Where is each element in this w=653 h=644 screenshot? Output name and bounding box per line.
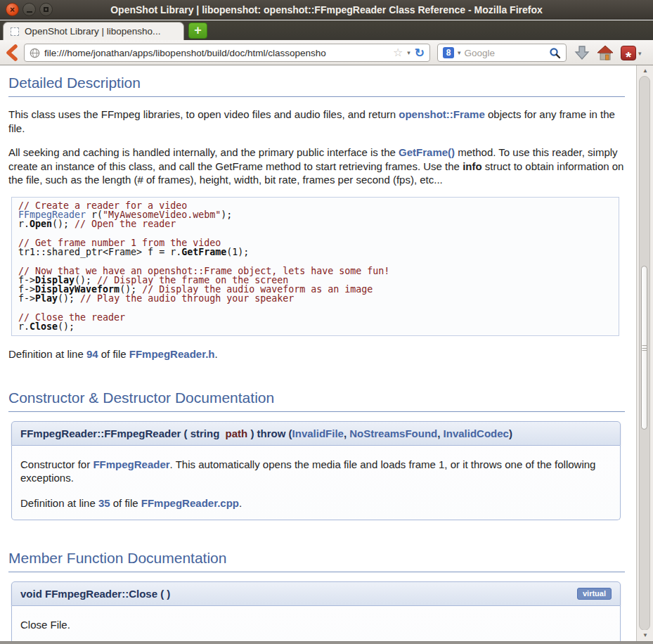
tab-openshot-library[interactable]: OpenShot Library | libopensho... [3, 22, 184, 40]
text-segment: void FFmpegReader::Close ( ) [20, 588, 170, 600]
inline-link[interactable]: openshot::Frame [399, 108, 485, 120]
text-segment: path [226, 427, 248, 439]
code-line: r.Close(); [18, 322, 612, 331]
text-segment: (); [58, 293, 80, 304]
bookmark-star-icon[interactable]: ☆ [393, 47, 403, 58]
virtual-badge: virtual [577, 588, 612, 600]
close-function-description: Close File. [20, 618, 612, 632]
text-segment: of file [110, 497, 141, 509]
extension-dropdown-icon[interactable]: ▾ [638, 50, 642, 57]
back-button[interactable] [4, 44, 21, 61]
search-icon[interactable] [549, 47, 561, 59]
text-segment: Definition at line [8, 348, 86, 360]
text-segment: . [239, 497, 242, 509]
code-line: // Now that we have an openshot::Frame o… [18, 266, 612, 276]
text-segment: . [214, 348, 217, 360]
home-button[interactable] [597, 45, 614, 60]
reload-icon[interactable]: ↻ [415, 47, 425, 59]
inline-link[interactable]: InvalidFile [292, 427, 344, 439]
title-bar: × OpenShot Library | libopenshot: opensh… [0, 0, 653, 20]
detailed-description-paragraph-1: This class uses the FFmpeg libraries, to… [8, 108, 625, 135]
code-line: r.Open(); // Open the reader [18, 219, 612, 228]
code-line: // Close the reader [18, 313, 612, 322]
google-engine-icon[interactable]: 8 [443, 47, 454, 58]
text-segment: Open [30, 219, 52, 229]
text-segment: r. [18, 321, 30, 332]
text-segment: ) throw ( [247, 427, 292, 439]
text-segment: All seeking and caching is handled inter… [8, 146, 399, 158]
section-heading-constructor-destructor: Constructor & Destructor Documentation [8, 389, 625, 412]
tab-title: OpenShot Library | libopensho... [25, 26, 160, 37]
text-segment: (); [58, 321, 75, 332]
constructor-prototype: FFmpegReader::FFmpegReader ( string path… [11, 421, 621, 446]
navigation-toolbar: file:///home/jonathan/apps/libopenshot/b… [0, 40, 653, 65]
inline-link[interactable]: FFmpegReader [93, 458, 169, 470]
text-segment: info [463, 160, 482, 172]
asterisk-icon: * [626, 49, 631, 60]
tab-favicon-placeholder-icon [11, 27, 19, 36]
text-segment: Close [30, 321, 58, 332]
page-content: Detailed Description This class uses the… [0, 65, 635, 641]
extension-button[interactable]: * [621, 46, 636, 60]
definition-line-header: Definition at line 94 of file FFmpegRead… [8, 348, 625, 360]
scrollbar-grip-icon [642, 345, 647, 351]
text-segment: Definition at line [20, 497, 98, 509]
code-line: f->Play(); // Play the audio through you… [18, 294, 612, 303]
text-segment: of file [98, 348, 129, 360]
close-function-signature: void FFmpegReader::Close ( ) [20, 588, 170, 600]
download-arrow-icon [574, 45, 590, 60]
text-segment: (1); [226, 247, 249, 257]
constructor-documentation: Constructor for FFmpegReader. This autom… [11, 446, 621, 520]
text-segment: ) [509, 427, 512, 439]
search-input[interactable]: Google [465, 48, 545, 58]
code-line [18, 257, 612, 266]
inline-link[interactable]: FFmpegReader.h [129, 348, 215, 360]
search-bar[interactable]: 8 ▾ Google [437, 44, 567, 62]
url-bar[interactable]: file:///home/jonathan/apps/libopenshot/b… [24, 44, 430, 62]
text-segment: (); [52, 219, 75, 229]
tab-bar: OpenShot Library | libopensho... + [0, 20, 653, 40]
url-input[interactable]: file:///home/jonathan/apps/libopenshot/b… [44, 48, 389, 58]
text-segment: // Play the audio through your speaker [80, 293, 294, 304]
vertical-scrollbar[interactable]: ▲ ▼ [636, 65, 653, 641]
text-segment: This class uses the FFmpeg libraries, to… [8, 108, 399, 120]
text-segment: GetFrame [181, 247, 226, 257]
member-item-close: void FFmpegReader::Close ( ) virtual Clo… [11, 581, 621, 641]
text-segment: , [437, 427, 443, 439]
member-item-constructor: FFmpegReader::FFmpegReader ( string path… [11, 421, 621, 520]
scroll-down-button[interactable]: ▼ [638, 630, 653, 641]
section-heading-detailed-description: Detailed Description [8, 75, 625, 97]
home-icon [597, 45, 614, 60]
url-dropdown-icon[interactable]: ▾ [407, 49, 410, 56]
inline-link[interactable]: NoStreamsFound [349, 427, 437, 439]
code-line: // Create a reader for a video [18, 201, 612, 210]
inline-link[interactable]: 35 [98, 497, 110, 509]
scrollbar-track[interactable] [639, 76, 650, 631]
downloads-button[interactable] [574, 45, 590, 60]
code-example-block: // Create a reader for a videoFFmpegRead… [11, 197, 619, 336]
inline-link[interactable]: GetFrame() [399, 146, 455, 158]
text-segment: ); [221, 210, 232, 220]
constructor-description: Constructor for FFmpegReader. This autom… [20, 458, 612, 485]
close-function-prototype: void FFmpegReader::Close ( ) virtual [11, 581, 621, 606]
inline-link[interactable]: FFmpegReader.cpp [141, 497, 239, 509]
code-line: tr1::shared_ptr<Frame> f = r.GetFrame(1)… [18, 247, 612, 257]
inline-link[interactable]: InvalidCodec [444, 427, 509, 439]
code-line: f->DisplayWaveform(); // Display the aud… [18, 285, 612, 294]
window-title: OpenShot Library | libopenshot: openshot… [0, 0, 653, 20]
close-function-documentation: Close File. Implements openshot::ReaderB… [11, 606, 621, 641]
text-segment: , [344, 427, 349, 439]
section-heading-member-functions: Member Function Documentation [8, 550, 625, 572]
plus-icon: + [194, 23, 202, 37]
text-segment: Constructor for [20, 458, 93, 470]
search-engine-dropdown-icon[interactable]: ▾ [458, 49, 461, 56]
new-tab-button[interactable]: + [188, 22, 207, 39]
text-segment: // Open the reader [75, 219, 176, 229]
text-segment: FFmpegReader::FFmpegReader ( string [20, 427, 223, 439]
scroll-up-button[interactable]: ▲ [638, 65, 653, 77]
scrollbar-thumb[interactable] [641, 266, 647, 430]
window-bottom-edge [0, 641, 653, 644]
inline-link[interactable]: 94 [86, 348, 98, 360]
constructor-signature: FFmpegReader::FFmpegReader ( string path… [20, 427, 512, 439]
detailed-description-paragraph-2: All seeking and caching is handled inter… [8, 146, 625, 187]
